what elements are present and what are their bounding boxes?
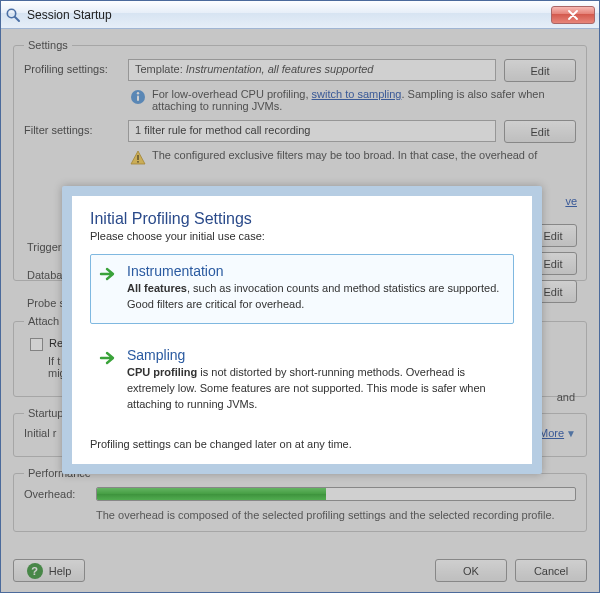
overhead-meter [96, 487, 576, 501]
profiling-settings-field[interactable]: Template: Instrumentation, all features … [128, 59, 496, 81]
svg-rect-5 [137, 155, 139, 160]
titlebar[interactable]: Session Startup [1, 1, 599, 29]
svg-rect-6 [137, 161, 139, 163]
profiling-template-prefix: Template: [135, 63, 186, 75]
dialog-footer: ? Help OK Cancel [13, 559, 587, 582]
filter-edit-button[interactable]: Edit [504, 120, 576, 143]
attach-re-label: Re [49, 337, 63, 349]
attach-tail-text: and [557, 391, 575, 403]
option-sampling-desc: CPU profiling is not distorted by short-… [127, 365, 503, 413]
triggers-label: Trigger [27, 241, 61, 253]
option-instrumentation-desc: All features, such as invocation counts … [127, 281, 503, 313]
overhead-row: Overhead: [24, 487, 576, 501]
settings-legend: Settings [24, 39, 72, 51]
option-instrumentation-title: Instrumentation [127, 263, 503, 279]
help-icon: ? [27, 563, 43, 579]
filter-settings-field[interactable]: 1 filter rule for method call recording [128, 120, 496, 142]
option-instrumentation[interactable]: Instrumentation All features, such as in… [90, 254, 514, 324]
option-sampling-title: Sampling [127, 347, 503, 363]
profiling-edit-button[interactable]: Edit [504, 59, 576, 82]
filter-warning-link[interactable]: ve [565, 195, 577, 207]
session-startup-dialog: Session Startup Settings Profiling setti… [0, 0, 600, 593]
checkbox-icon[interactable] [30, 338, 43, 351]
option-sampling[interactable]: Sampling CPU profiling is not distorted … [90, 338, 514, 424]
info-icon [130, 89, 146, 105]
filter-settings-row: Filter settings: 1 filter rule for metho… [24, 120, 576, 143]
filter-warning-text: The configured exclusive filters may be … [152, 149, 537, 166]
svg-line-1 [15, 17, 19, 21]
initial-recording-label: Initial r [24, 427, 56, 439]
overhead-label: Overhead: [24, 488, 88, 500]
profiling-hint: For low-overhead CPU profiling, switch t… [130, 88, 576, 112]
cancel-button[interactable]: Cancel [515, 559, 587, 582]
help-button[interactable]: ? Help [13, 559, 85, 582]
profiling-template-name: Instrumentation, all features supported [186, 63, 374, 75]
magnifier-icon [5, 7, 21, 23]
window-close-button[interactable] [551, 6, 595, 24]
modal-subtitle: Please choose your initial use case: [90, 230, 514, 242]
profiling-hint-text: For low-overhead CPU profiling, switch t… [152, 88, 576, 112]
profiling-settings-row: Profiling settings: Template: Instrument… [24, 59, 576, 82]
window-title: Session Startup [27, 8, 545, 22]
filter-warning: The configured exclusive filters may be … [130, 149, 576, 166]
overhead-meter-fill [97, 488, 326, 500]
overhead-note: The overhead is composed of the selected… [96, 509, 576, 521]
performance-group: Performance Overhead: The overhead is co… [13, 467, 587, 532]
warning-icon [130, 150, 146, 166]
initial-profiling-settings-modal: Initial Profiling Settings Please choose… [62, 186, 542, 474]
profiling-settings-label: Profiling settings: [24, 59, 120, 75]
svg-rect-3 [137, 96, 139, 102]
modal-title: Initial Profiling Settings [90, 210, 514, 228]
modal-footer-note: Profiling settings can be changed later … [90, 438, 514, 450]
arrow-right-icon [99, 349, 117, 367]
filter-settings-label: Filter settings: [24, 120, 120, 136]
ok-button[interactable]: OK [435, 559, 507, 582]
probes-label: Probe s [27, 297, 65, 309]
chevron-down-icon: ▼ [566, 428, 576, 439]
svg-point-4 [137, 92, 139, 94]
database-label: Databa [27, 269, 62, 281]
startup-legend: Startup [24, 407, 67, 419]
switch-to-sampling-link[interactable]: switch to sampling [312, 88, 402, 100]
startup-more-link[interactable]: More [539, 427, 564, 439]
arrow-right-icon [99, 265, 117, 283]
